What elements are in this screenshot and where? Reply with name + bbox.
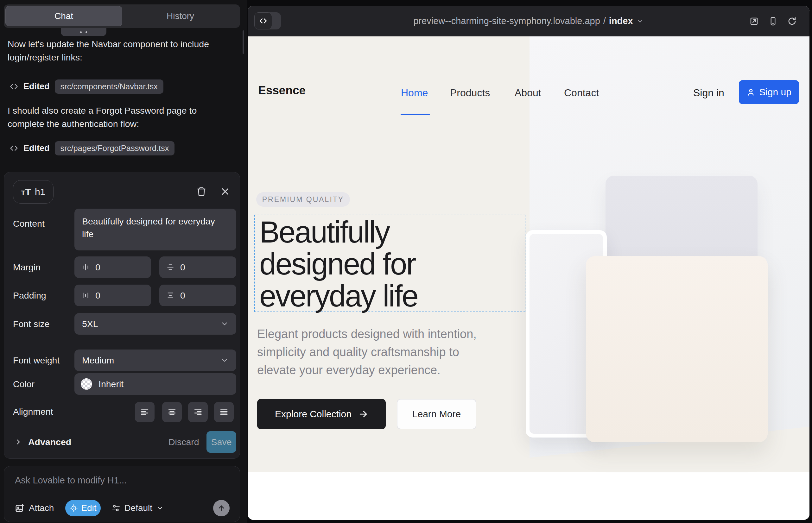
element-tag-badge: TT h1 [13,180,54,203]
padding-x-input[interactable]: 0 [74,285,151,306]
chat-sidebar: Chat History Now let's update the Navbar… [0,0,247,523]
hero-paragraph: Elegant products designed with intention… [257,325,477,379]
chat-message: Now let's update the Navbar component to… [7,37,223,64]
margin-x-icon [82,263,90,271]
font-size-select[interactable]: 5XL [74,313,236,335]
chat-scrollbar[interactable] [243,30,244,54]
active-nav-underline [401,114,430,115]
content-input[interactable]: Beautifully designed for everyday life [74,209,236,250]
padding-y-input[interactable]: 0 [159,285,236,306]
send-button[interactable] [213,500,230,516]
learn-more-button[interactable]: Learn More [397,399,476,429]
nav-link-products[interactable]: Products [450,86,490,100]
margin-y-input[interactable]: 0 [159,256,236,278]
save-button[interactable]: Save [207,431,236,453]
align-center-icon [167,408,177,417]
color-swatch [81,378,92,390]
mobile-icon [768,16,778,26]
nav-link-contact[interactable]: Contact [564,86,599,100]
trash-icon [196,186,207,197]
chat-composer[interactable]: Ask Lovable to modify H1... Attach Edit … [4,466,240,522]
close-icon [220,187,230,196]
composer-placeholder[interactable]: Ask Lovable to modify H1... [15,475,127,486]
premium-quality-badge: PREMIUM QUALITY [256,192,350,207]
preview-site: Essence Home Products About Contact Sign… [248,36,810,520]
font-weight-select[interactable]: Medium [74,349,236,371]
refresh-icon [787,16,797,26]
refresh-button[interactable] [787,16,797,26]
mobile-view-button[interactable] [768,16,778,26]
attach-button[interactable]: Attach [15,503,54,513]
color-select[interactable]: Inherit [74,373,236,395]
hero-headline: Beautifully designed for everyday life [259,216,418,312]
edit-target-icon [70,504,78,512]
align-right-icon [193,408,203,417]
alignment-label: Alignment [13,407,53,417]
decor-card-cream [586,256,768,442]
edited-file-chip[interactable]: src/components/Navbar.tsx [55,79,164,94]
color-label: Color [13,379,35,390]
user-icon [746,88,755,96]
composer-toolbar: Attach Edit Default [15,500,230,516]
tab-history[interactable]: History [122,6,239,26]
tab-chat[interactable]: Chat [5,6,122,26]
code-icon [10,82,18,91]
content-label: Content [13,218,45,229]
nav-link-home[interactable]: Home [401,86,428,100]
chat-message: I should also create a Forgot Password p… [7,104,223,130]
code-icon [10,144,18,152]
preview-url-separator: / [603,16,606,26]
preview-chrome-bar: preview--charming-site-symphony.lovable.… [248,6,810,36]
send-arrow-icon [217,504,226,512]
margin-label: Margin [13,262,40,273]
preview-url-page: index [609,16,633,26]
edited-file-row[interactable]: Edited src/pages/ForgotPassword.tsx [10,141,175,156]
chevron-down-icon [156,504,164,512]
delete-element-button[interactable] [194,184,208,198]
edited-label: Edited [23,82,50,91]
align-left-icon [140,408,149,417]
align-left-button[interactable] [135,402,155,422]
element-editor-panel: TT h1 Content Beautifully designed for e… [4,172,240,459]
close-editor-button[interactable] [218,184,232,198]
preview-chrome-actions [749,6,797,36]
explore-collection-button[interactable]: Explore Collection [257,399,386,429]
chat-history-tabbar: Chat History [4,4,240,28]
padding-label: Padding [13,290,46,301]
margin-y-icon [166,263,175,271]
external-link-icon [749,16,759,26]
model-default-dropdown[interactable]: Default [111,503,164,513]
arrow-right-icon [358,409,368,419]
edited-file-chip[interactable]: src/pages/ForgotPassword.tsx [55,141,175,156]
padding-y-icon [166,291,175,300]
hero-cta-row: Explore Collection Learn More [257,399,476,429]
edit-mode-button[interactable]: Edit [65,500,101,516]
margin-x-input[interactable]: 0 [74,256,151,278]
align-justify-icon [219,408,229,417]
chevron-down-icon [220,320,229,328]
site-logo[interactable]: Essence [258,84,306,97]
open-external-button[interactable] [749,16,759,26]
font-size-label: Font size [13,319,50,329]
align-justify-button[interactable] [214,402,234,422]
scrolled-chip [61,28,106,36]
nav-link-about[interactable]: About [515,86,541,100]
type-icon: TT [21,186,31,197]
element-tag-name: h1 [35,186,45,197]
chevron-right-icon [14,438,22,446]
preview-url-bar[interactable]: preview--charming-site-symphony.lovable.… [248,6,810,36]
edited-label: Edited [23,143,50,153]
padding-x-icon [82,291,90,300]
sign-in-link[interactable]: Sign in [693,86,724,100]
preview-url-domain: preview--charming-site-symphony.lovable.… [413,16,600,26]
align-center-button[interactable] [162,402,182,422]
sign-up-button[interactable]: Sign up [739,80,799,104]
selected-h1-outline[interactable]: Beautifully designed for everyday life [254,215,525,312]
discard-button[interactable]: Discard [169,437,199,447]
preview-window: preview--charming-site-symphony.lovable.… [248,6,810,520]
advanced-toggle[interactable]: Advanced [14,434,71,450]
sliders-icon [111,504,120,512]
edited-file-row[interactable]: Edited src/components/Navbar.tsx [10,79,163,94]
chevron-down-icon [636,17,644,25]
align-right-button[interactable] [188,402,208,422]
